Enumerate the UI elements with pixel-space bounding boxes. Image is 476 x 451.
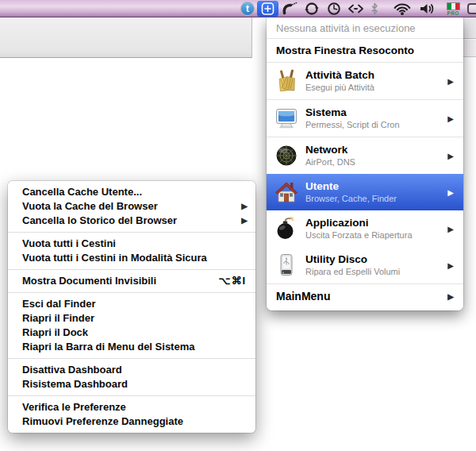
sync-icon [303,2,321,16]
menu-item-riapri-barra-menu-sistema[interactable]: Riapri la Barra di Menu del Sistema [8,340,255,354]
submenu-arrow-icon: ▶ [447,188,454,197]
menu-item-cancella-storico-browser[interactable]: Cancella lo Storico del Browser ▶ [8,214,255,228]
phone-menu-extra[interactable] [280,0,299,17]
bluetooth-menu-extra[interactable] [369,0,380,17]
menu-item-subtitle: Permessi, Script di Cron [305,119,444,130]
menu-item-esci-dal-finder[interactable]: Esci dal Finder [8,297,255,311]
menu-item-label: Disattiva Dashboard [22,363,248,377]
bluetooth-icon [370,2,379,16]
menu-bar: t [0,0,476,17]
menu-item-vuota-cestini[interactable]: Vuota tutti i Cestini [8,237,255,251]
menu-item-label: Vuota la Cache del Browser [22,199,241,214]
menu-item-verifica-preferenze[interactable]: Verifica le Preferenze [8,400,255,414]
menu-item-label: Vuota tutti i Cestini in Modalità Sicura [22,251,248,265]
menu-item-utente[interactable]: Utente Browser, Cache, Finder ▶ [267,174,463,210]
separator [8,232,255,233]
menu-item-label: Risistema Dashboard [22,377,248,391]
menu-item-title: Utility Disco [305,253,444,266]
menu-item-vuota-cestini-sicura[interactable]: Vuota tutti i Cestini in Modalità Sicura [8,251,255,265]
mainmenu-plus-icon [257,1,278,17]
pro-badge: PRO [447,10,459,17]
clipped-menu-extra-icon[interactable] [467,3,476,14]
separator [8,395,255,396]
menu-item-mostra-documenti-invisibili[interactable]: Mostra Documenti Invisibili ⌥⌘I [8,274,255,288]
menu-item-status-disabled: Nessuna attività in esecuzione [267,17,463,38]
menu-item-vuota-cache-browser[interactable]: Vuota la Cache del Browser ▶ [8,199,255,214]
menu-item-title: Attività Batch [305,69,444,82]
menu-item-mostra-finestra-resoconto[interactable]: Mostra Finestra Resoconto [267,39,463,62]
sync-menu-extra[interactable] [302,0,321,17]
twitter-icon: t [240,2,255,16]
menu-item-subtitle: Esegui più Attività [305,82,444,93]
display-icon [274,106,298,130]
menu-item-network[interactable]: Network AirPort, DNS ▶ [267,137,463,174]
phone-icon [281,2,298,16]
brooms-icon [274,69,298,93]
menu-item-riapri-il-dock[interactable]: Riapri il Dock [8,326,255,340]
mainmenu-dropdown: Nessuna attività in esecuzione Mostra Fi… [267,17,463,310]
submenu-arrow-icon: ▶ [447,114,454,123]
mainmenu-menu-extra[interactable] [257,1,278,17]
home-icon [274,180,298,204]
menu-item-text: Utility Disco Ripara ed Espelli Volumi [305,253,444,277]
separator [8,358,255,359]
menu-item-text: Network AirPort, DNS [305,144,444,168]
code-menu-extra[interactable] [346,0,365,17]
menu-item-title: Utente [305,180,444,193]
submenu-arrow-icon: ▶ [447,77,454,86]
separator [8,269,255,270]
menu-item-text: Attività Batch Esegui più Attività [305,69,444,93]
menu-item-text: Utente Browser, Cache, Finder [305,180,444,204]
keyboard-shortcut: ⌥⌘I [218,274,248,288]
background-window-edge-bottom [463,40,476,57]
submenu-arrow-icon: ▶ [241,214,248,228]
menu-item-riapri-il-finder[interactable]: Riapri il Finder [8,311,255,326]
menu-item-title: Applicazioni [305,217,444,229]
bomb-icon [274,217,298,241]
twitter-menu-extra[interactable]: t [240,0,255,17]
time-machine-menu-extra[interactable] [324,0,344,17]
menu-item-label: Riapri la Barra di Menu del Sistema [22,340,248,354]
submenu-arrow-icon: ▶ [447,225,454,233]
menu-item-label: MainMenu [276,290,330,303]
menu-item-label: Mostra Documenti Invisibili [22,274,218,288]
menu-item-risistema-dashboard[interactable]: Risistema Dashboard [8,377,255,391]
menu-item-title: Sistema [305,106,444,119]
wifi-menu-extra[interactable] [391,0,413,17]
menu-item-title: Network [305,144,444,156]
volume-menu-extra[interactable] [418,0,436,17]
menu-item-subtitle: Browser, Cache, Finder [305,193,444,204]
submenu-arrow-icon: ▶ [447,292,454,301]
code-icon [347,2,365,16]
menu-item-utility-disco[interactable]: Utility Disco Ripara ed Espelli Volumi ▶ [267,247,463,283]
menu-item-rimuovi-preferenze-danneggiate[interactable]: Rimuovi Preferenze Danneggiate [8,414,255,429]
wifi-icon [392,2,413,16]
menu-item-sistema[interactable]: Sistema Permessi, Script di Cron ▶ [267,100,463,137]
disk-icon [274,253,298,277]
language-pro-menu-extra[interactable]: PRO [445,0,461,17]
background-window-toolbar [0,17,252,58]
menu-item-disattiva-dashboard[interactable]: Disattiva Dashboard [8,363,255,377]
menu-item-attivita-batch[interactable]: Attività Batch Esegui più Attività ▶ [267,63,463,99]
menu-item-text: Sistema Permessi, Script di Cron [305,106,444,130]
submenu-arrow-icon: ▶ [447,261,454,270]
menu-item-label: Verifica le Preferenze [22,400,248,414]
menu-item-text: Applicazioni Uscita Forzata e Riapertura [305,217,444,241]
submenu-arrow-icon: ▶ [241,199,248,214]
menu-item-label: Cancella lo Storico del Browser [22,214,241,228]
time-machine-icon [325,2,343,16]
background-window-edge-top [463,17,476,39]
italian-flag-icon [447,2,460,10]
menu-item-subtitle: Ripara ed Espelli Volumi [305,266,444,277]
submenu-arrow-icon: ▶ [447,152,454,160]
utente-submenu: Cancella Cache Utente... Vuota la Cache … [8,181,255,433]
menu-item-label: Riapri il Finder [22,311,248,326]
menu-item-applicazioni[interactable]: Applicazioni Uscita Forzata e Riapertura… [267,210,463,247]
separator [8,292,255,293]
menu-item-cancella-cache-utente[interactable]: Cancella Cache Utente... [8,185,255,199]
menu-item-label: Vuota tutti i Cestini [22,237,248,251]
menu-item-label: Cancella Cache Utente... [22,185,248,199]
menu-item-subtitle: AirPort, DNS [305,156,444,168]
menu-item-mainmenu[interactable]: MainMenu ▶ [267,284,463,307]
menu-item-subtitle: Uscita Forzata e Riapertura [305,229,444,241]
